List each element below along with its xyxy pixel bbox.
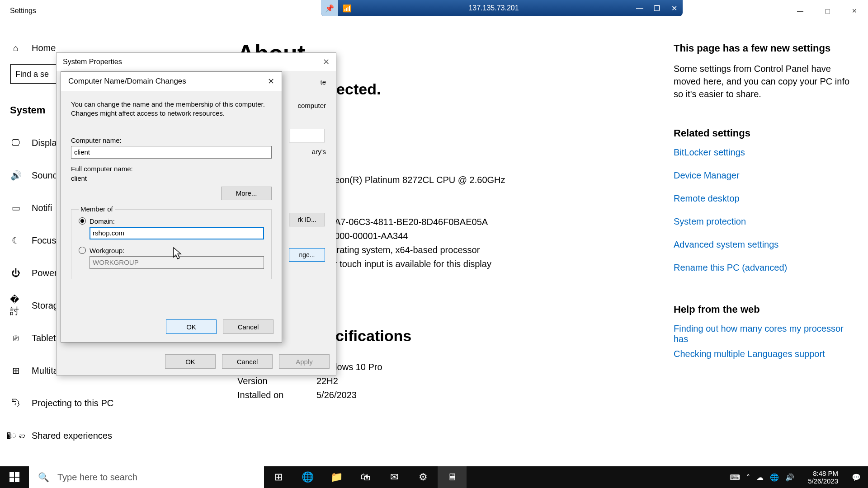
system-tray[interactable]: ⌨ ˄ ☁ 🌐 🔊 <box>722 473 802 482</box>
computer-name-dialog: Computer Name/Domain Changes ✕ You can c… <box>61 71 282 343</box>
right-heading-related: Related settings <box>674 127 854 139</box>
file-explorer-icon[interactable]: 📁 <box>322 466 351 488</box>
action-center-button[interactable]: 💬 <box>844 473 868 482</box>
sysprop-apply-button[interactable]: Apply <box>279 354 330 369</box>
store-icon[interactable]: 🛍 <box>351 466 380 488</box>
sidebar-category-label: System <box>10 104 45 116</box>
network-id-button[interactable]: rk ID... <box>289 213 325 226</box>
rdp-connection-bar[interactable]: 📌 📶 137.135.73.201 — ❐ ✕ <box>321 0 683 16</box>
power-icon: ⏻ <box>10 267 22 279</box>
spec-deviceid: CD7A7-06C3-4811-BE20-8D46F0BAE05A <box>316 217 488 227</box>
rdp-minimize-button[interactable]: — <box>631 0 648 16</box>
keyboard-icon[interactable]: ⌨ <box>730 473 740 482</box>
minimize-button[interactable]: — <box>787 0 814 22</box>
domain-radio-row[interactable]: Domain: <box>79 217 264 225</box>
sysprop-cancel-button[interactable]: Cancel <box>222 354 273 369</box>
taskbar-clock[interactable]: 8:48 PM 5/26/2023 <box>802 469 844 485</box>
computer-name-label: Computer name: <box>71 136 272 144</box>
taskbar: 🔍 Type here to search ⊞ 🌐 📁 🛍 ✉ ⚙ 🖥 ⌨ ˄ … <box>0 466 868 488</box>
sysprop-taskbar-icon[interactable]: 🖥 <box>438 466 467 488</box>
cname-title: Computer Name/Domain Changes <box>68 77 186 86</box>
cname-ok-button[interactable]: OK <box>166 319 217 334</box>
sidebar-item-label: Tablet <box>32 333 56 343</box>
computer-name-input[interactable] <box>71 146 272 159</box>
cname-cancel-button[interactable]: Cancel <box>223 319 274 334</box>
settings-icon[interactable]: ⚙ <box>409 466 438 488</box>
edge-icon[interactable]: 🌐 <box>293 466 322 488</box>
link-device-manager[interactable]: Device Manager <box>674 170 854 181</box>
tray-chevron-icon[interactable]: ˄ <box>746 473 750 482</box>
sidebar-item-label: Focus <box>32 235 56 246</box>
domain-radio-label: Domain: <box>90 217 115 225</box>
full-name-label: Full computer name: <box>71 165 272 173</box>
domain-radio[interactable] <box>79 217 86 225</box>
shared-icon: �းဆ <box>10 430 22 441</box>
spec-val: 5/26/2023 <box>316 390 357 400</box>
close-button[interactable]: ✕ <box>841 0 868 22</box>
more-button[interactable]: More... <box>221 187 272 200</box>
right-heading-new: This page has a few new settings <box>674 42 854 54</box>
member-of-legend: Member of <box>79 205 115 213</box>
link-system-protection[interactable]: System protection <box>674 216 854 227</box>
change-button[interactable]: nge... <box>289 248 325 262</box>
mail-icon[interactable]: ✉ <box>380 466 409 488</box>
right-paragraph: Some settings from Control Panel have mo… <box>674 62 854 100</box>
sidebar-item-label: Home <box>32 43 56 53</box>
volume-icon[interactable]: 🔊 <box>785 473 794 482</box>
sidebar-item-label: Projecting to this PC <box>32 398 113 408</box>
spec-val: 22H2 <box>316 376 338 386</box>
settings-right-panel: This page has a few new settings Some se… <box>674 40 854 466</box>
tab-fragment: te <box>320 78 326 86</box>
right-heading-help: Help from the web <box>674 304 854 315</box>
sysprop-description-input[interactable] <box>289 129 325 142</box>
network-icon[interactable]: 🌐 <box>770 473 779 482</box>
domain-input[interactable] <box>90 227 264 239</box>
sysprop-titlebar[interactable]: System Properties ✕ <box>57 53 336 71</box>
workgroup-radio[interactable] <box>79 247 86 254</box>
onedrive-icon[interactable]: ☁ <box>756 473 764 482</box>
sound-icon: 🔊 <box>10 169 22 181</box>
rdp-address: 137.135.73.201 <box>356 4 631 12</box>
taskbar-search[interactable]: 🔍 Type here to search <box>29 466 264 488</box>
cursor-icon <box>173 247 182 260</box>
link-advanced-settings[interactable]: Advanced system settings <box>674 239 854 250</box>
help-link-languages[interactable]: Checking multiple Languages support <box>674 349 854 359</box>
display-icon: 🖵 <box>10 137 22 149</box>
sidebar-item-label: Notifi <box>32 203 52 213</box>
link-bitlocker[interactable]: BitLocker settings <box>674 147 854 158</box>
pin-icon[interactable]: 📌 <box>321 0 338 16</box>
sysprop-ok-button[interactable]: OK <box>165 354 216 369</box>
clock-time: 8:48 PM <box>808 469 838 477</box>
rdp-close-button[interactable]: ✕ <box>665 0 683 16</box>
tablet-icon: ⎚ <box>10 332 22 344</box>
storage-icon: �討 <box>10 300 22 311</box>
example-fragment: ary's <box>312 148 326 155</box>
spec-key: Version <box>237 376 316 386</box>
sidebar-item-label: Shared experiences <box>32 431 112 441</box>
sidebar-item-shared[interactable]: �းဆ Shared experiences <box>0 419 219 452</box>
spec-systemtype: t operating system, x64-based processor <box>316 245 480 255</box>
help-link-cores[interactable]: Finding out how many cores my processor … <box>674 324 854 344</box>
workgroup-radio-row[interactable]: Workgroup: <box>79 247 264 254</box>
rdp-restore-button[interactable]: ❐ <box>648 0 665 16</box>
maximize-button[interactable]: ▢ <box>814 0 841 22</box>
workgroup-radio-label: Workgroup: <box>90 247 124 254</box>
close-icon[interactable]: ✕ <box>268 76 274 86</box>
full-name-value: client <box>71 174 272 182</box>
sidebar-item-label: Power <box>32 268 57 278</box>
multitasking-icon: ⊞ <box>10 365 22 376</box>
link-remote-desktop[interactable]: Remote desktop <box>674 193 854 204</box>
projecting-icon: ⮷ <box>10 397 22 409</box>
notification-icon: ▭ <box>10 202 22 214</box>
spec-cpu: R) Xeon(R) Platinum 8272CL CPU @ 2.60GHz <box>316 175 505 185</box>
cname-titlebar[interactable]: Computer Name/Domain Changes ✕ <box>61 72 282 91</box>
sysprop-title: System Properties <box>63 58 122 66</box>
task-view-button[interactable]: ⊞ <box>264 466 293 488</box>
spec-pentouch: en or touch input is available for this … <box>316 259 491 269</box>
close-icon[interactable]: ✕ <box>323 57 330 67</box>
link-rename-pc[interactable]: Rename this PC (advanced) <box>674 263 854 273</box>
search-icon: 🔍 <box>38 472 49 483</box>
cname-description: You can change the name and the membersh… <box>71 100 272 118</box>
sidebar-item-projecting[interactable]: ⮷ Projecting to this PC <box>0 387 219 419</box>
start-button[interactable] <box>0 466 29 488</box>
